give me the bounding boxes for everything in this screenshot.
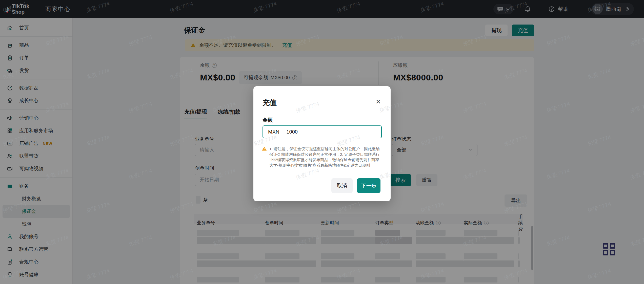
amount-value: 1000 xyxy=(286,129,298,135)
next-step-button[interactable]: 下一步 xyxy=(357,178,380,193)
cancel-button[interactable]: 取消 xyxy=(331,178,353,193)
amount-label: 金额 xyxy=(263,117,273,123)
warning-text: 1. 请注意，保证金仅可退还至店铺同主体的对公账户，因此缴纳保证金前请您确保对公… xyxy=(269,146,383,168)
currency-prefix: MXN xyxy=(268,129,279,135)
warning-icon xyxy=(262,146,267,151)
amount-input[interactable]: MXN 1000 xyxy=(263,125,382,138)
modal-warning: 1. 请注意，保证金仅可退还至店铺同主体的对公账户，因此缴纳保证金前请您确保对公… xyxy=(262,146,383,168)
close-icon[interactable]: ✕ xyxy=(375,98,381,105)
modal-title: 充值 xyxy=(263,98,277,107)
recharge-modal: 充值 ✕ 金额 MXN 1000 1. 请注意，保证金仅可退还至店铺同主体的对公… xyxy=(253,86,391,201)
